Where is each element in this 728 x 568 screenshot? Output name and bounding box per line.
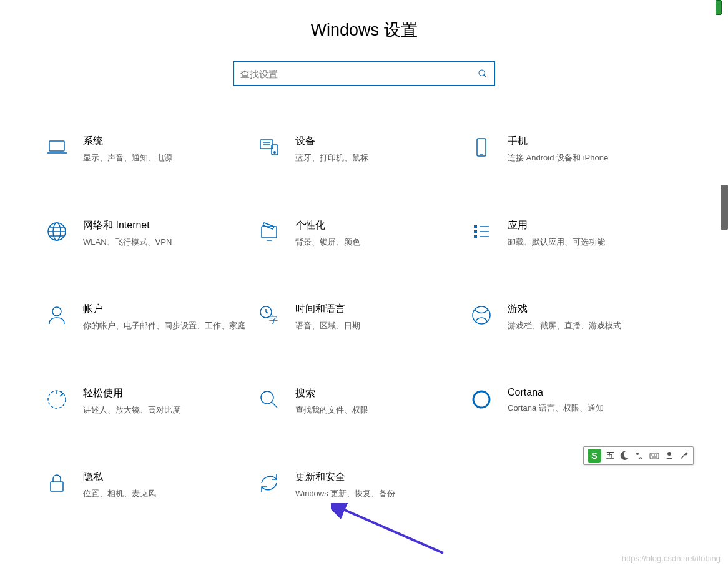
svg-line-1: [484, 75, 486, 77]
ime-logo-icon[interactable]: S: [588, 449, 601, 463]
tile-time-language[interactable]: 字 时间和语言 语音、区域、日期: [258, 303, 458, 332]
search-box[interactable]: [233, 61, 495, 86]
tile-system[interactable]: 系统 显示、声音、通知、电源: [46, 135, 245, 164]
arrow-annotation-icon: [331, 503, 456, 559]
settings-grid: 系统 显示、声音、通知、电源 设备 蓝牙、打印机、鼠标 手机 连接 Androi…: [0, 135, 728, 500]
tile-gaming[interactable]: 游戏 游戏栏、截屏、直播、游戏模式: [470, 303, 670, 332]
ease-of-access-icon: [46, 388, 68, 411]
tile-desc: 显示、声音、通知、电源: [83, 152, 245, 164]
tile-title: 网络和 Internet: [83, 219, 245, 232]
tile-desc: 语音、区域、日期: [295, 320, 458, 332]
svg-point-35: [636, 453, 639, 455]
tile-title: 搜索: [295, 387, 458, 400]
svg-rect-18: [474, 225, 477, 228]
time-language-icon: 字: [258, 304, 280, 326]
svg-text:字: 字: [269, 315, 278, 325]
tile-desc: 你的帐户、电子邮件、同步设置、工作、家庭: [83, 320, 245, 332]
tile-desc: 连接 Android 设备和 iPhone: [508, 152, 670, 164]
search-icon: [478, 69, 488, 79]
devices-icon: [258, 136, 280, 159]
svg-rect-36: [650, 453, 659, 459]
personalization-icon: [258, 220, 280, 243]
tile-privacy[interactable]: 隐私 位置、相机、麦克风: [46, 471, 245, 500]
tile-title: 隐私: [83, 471, 245, 484]
xbox-icon: [470, 304, 493, 326]
tile-personalization[interactable]: 个性化 背景、锁屏、颜色: [258, 219, 458, 248]
tile-desc: 讲述人、放大镜、高对比度: [83, 404, 245, 416]
watermark: https://blog.csdn.net/ifubing: [622, 554, 721, 563]
tile-desc: Cortana 语言、权限、通知: [508, 402, 670, 414]
tile-network[interactable]: 网络和 Internet WLAN、飞行模式、VPN: [46, 219, 245, 248]
svg-rect-4: [260, 140, 273, 149]
tile-title: 手机: [508, 135, 670, 148]
tile-title: 设备: [295, 135, 458, 148]
magnifier-icon: [258, 388, 280, 411]
tile-desc: WLAN、飞行模式、VPN: [83, 236, 245, 248]
tile-desc: 蓝牙、打印机、鼠标: [295, 152, 458, 164]
ime-mode-label[interactable]: 五: [606, 450, 614, 461]
page-title: Windows 设置: [0, 19, 728, 41]
scrollbar-thumb[interactable]: [721, 185, 728, 230]
tile-title: 系统: [83, 135, 245, 148]
svg-rect-9: [477, 139, 486, 156]
cortana-icon: [470, 388, 493, 411]
tile-desc: 游戏栏、截屏、直播、游戏模式: [508, 320, 670, 332]
tile-title: 个性化: [295, 219, 458, 232]
tile-cortana[interactable]: Cortana Cortana 语言、权限、通知: [470, 387, 670, 416]
svg-line-32: [272, 403, 277, 408]
svg-point-33: [473, 391, 489, 408]
svg-line-27: [266, 312, 268, 313]
svg-rect-20: [474, 235, 477, 238]
tile-desc: 卸载、默认应用、可选功能: [508, 236, 670, 248]
tile-desc: 背景、锁屏、颜色: [295, 236, 458, 248]
tile-devices[interactable]: 设备 蓝牙、打印机、鼠标: [258, 135, 458, 164]
svg-line-42: [340, 508, 443, 553]
tile-search[interactable]: 搜索 查找我的文件、权限: [258, 387, 458, 416]
svg-point-41: [667, 452, 671, 456]
tile-desc: Windows 更新、恢复、备份: [295, 487, 458, 500]
tile-title: Cortana: [508, 387, 670, 398]
lock-icon: [46, 472, 68, 494]
person-icon: [46, 304, 68, 326]
ime-toolbar[interactable]: S 五: [583, 446, 694, 465]
svg-rect-19: [474, 230, 477, 233]
tile-desc: 位置、相机、麦克风: [83, 487, 245, 500]
tile-apps[interactable]: 应用 卸载、默认应用、可选功能: [470, 219, 670, 248]
keyboard-icon[interactable]: [649, 451, 659, 461]
svg-rect-16: [262, 227, 277, 238]
tile-title: 轻松使用: [83, 387, 245, 400]
svg-rect-34: [51, 482, 63, 491]
svg-point-24: [52, 307, 61, 316]
tile-accounts[interactable]: 帐户 你的帐户、电子邮件、同步设置、工作、家庭: [46, 303, 245, 332]
tile-update-security[interactable]: 更新和安全 Windows 更新、恢复、备份: [258, 471, 458, 500]
search-area: [0, 61, 728, 86]
moon-icon[interactable]: [619, 451, 629, 461]
search-input[interactable]: [240, 69, 478, 79]
tile-desc: 查找我的文件、权限: [295, 404, 458, 416]
tile-title: 游戏: [508, 303, 670, 316]
laptop-icon: [46, 136, 68, 159]
phone-icon: [470, 136, 493, 159]
tile-title: 更新和安全: [295, 471, 458, 484]
header: Windows 设置: [0, 0, 728, 41]
tile-ease-of-access[interactable]: 轻松使用 讲述人、放大镜、高对比度: [46, 387, 245, 416]
svg-point-29: [473, 306, 490, 324]
svg-rect-2: [49, 141, 64, 151]
tile-phone[interactable]: 手机 连接 Android 设备和 iPhone: [470, 135, 670, 164]
user-small-icon[interactable]: [664, 451, 674, 461]
update-icon: [258, 472, 280, 494]
svg-point-31: [261, 391, 273, 404]
tile-title: 时间和语言: [295, 303, 458, 316]
tile-title: 帐户: [83, 303, 245, 316]
punct-icon[interactable]: [634, 451, 644, 461]
tile-title: 应用: [508, 219, 670, 232]
apps-icon: [470, 220, 493, 243]
wrench-icon[interactable]: [679, 451, 689, 461]
svg-point-0: [479, 70, 485, 76]
top-widget-icon: [716, 0, 722, 15]
globe-icon: [46, 220, 68, 243]
svg-point-8: [274, 152, 275, 153]
